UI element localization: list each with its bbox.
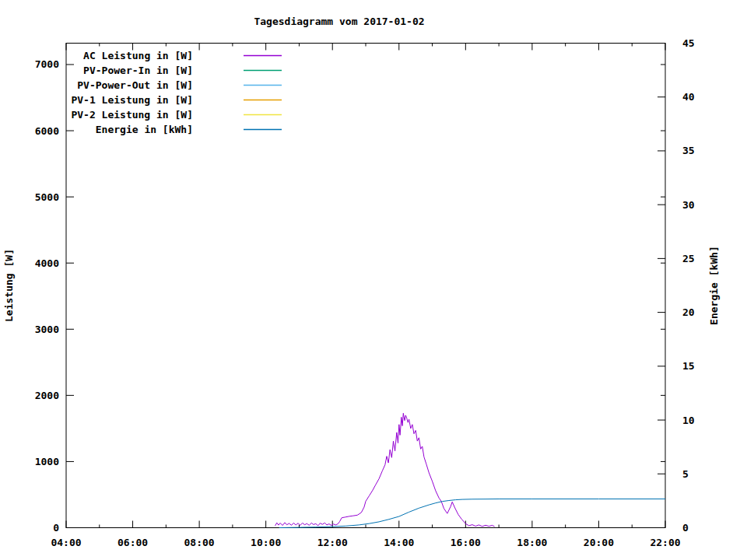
legend-label: PV-1 Leistung in [W] [71, 94, 193, 106]
x-tick-label: 20:00 [584, 537, 614, 548]
y-left-tick-label: 0 [53, 522, 59, 534]
legend-label: PV-Power-In in [W] [83, 65, 193, 76]
y-right-tick-label: 10 [682, 415, 695, 426]
legend-label: PV-2 Leistung in [W] [71, 109, 193, 121]
y-left-tick-label: 6000 [35, 125, 59, 137]
chart-canvas: Tagesdiagramm vom 2017-01-0204:0006:0008… [0, 0, 747, 560]
x-tick-label: 18:00 [517, 537, 547, 548]
x-tick-label: 06:00 [117, 537, 148, 548]
y-right-tick-label: 40 [682, 91, 695, 103]
y-left-tick-label: 3000 [35, 324, 59, 335]
y-right-tick-label: 20 [682, 306, 695, 318]
y-right-tick-label: 35 [682, 145, 695, 156]
x-tick-label: 14:00 [384, 537, 414, 548]
y-left-tick-label: 7000 [35, 58, 59, 70]
y-left-tick-label: 1000 [35, 456, 59, 467]
legend-label: PV-Power-Out in [W] [77, 79, 193, 91]
y-left-tick-label: 2000 [35, 390, 59, 401]
chart-window: Tagesdiagramm vom 2017-01-0204:0006:0008… [0, 0, 747, 560]
y-right-tick-label: 15 [682, 360, 695, 372]
y-right-tick-label: 25 [682, 253, 695, 264]
y-right-tick-label: 5 [682, 468, 689, 480]
y-left-tick-label: 4000 [35, 257, 59, 269]
series-curve [279, 499, 665, 528]
x-tick-label: 10:00 [251, 537, 281, 548]
y-left-tick-label: 5000 [35, 191, 59, 203]
legend-label: Energie in [kWh] [96, 124, 193, 135]
x-tick-label: 04:00 [51, 537, 81, 548]
y-right-tick-label: 30 [682, 199, 695, 211]
y-right-tick-label: 45 [682, 37, 695, 49]
x-tick-label: 08:00 [184, 537, 215, 548]
chart-title: Tagesdiagramm vom 2017-01-02 [254, 16, 424, 27]
x-tick-label: 16:00 [451, 537, 481, 548]
y-left-axis-label: Leistung [W] [3, 249, 15, 322]
x-tick-label: 12:00 [317, 537, 348, 548]
legend-label: AC Leistung in [W] [83, 50, 193, 61]
y-right-axis-label: Energie [kWh] [708, 246, 720, 325]
series-curve [275, 413, 495, 527]
y-right-tick-label: 0 [682, 522, 689, 534]
x-tick-label: 22:00 [650, 537, 680, 548]
